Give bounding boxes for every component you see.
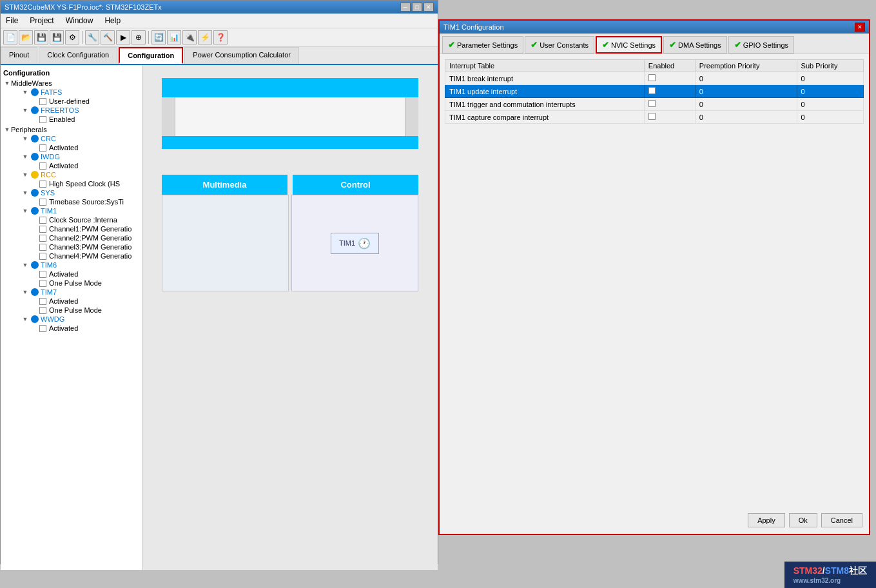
rcc-hsc-checkbox[interactable] (39, 181, 46, 188)
tim1-chip-badge[interactable]: TIM1 🕐 (331, 233, 379, 254)
iwdg-activated[interactable]: Activated (37, 161, 142, 170)
middlewares-header[interactable]: ▼ MiddleWares (1, 79, 142, 88)
tab-user-constants[interactable]: ✔ User Constants (525, 36, 594, 54)
peripherals-header[interactable]: ▼ Peripherals (1, 125, 142, 134)
tree-item-tim6[interactable]: ▼ TIM6 (19, 260, 142, 270)
tree-item-fatfs[interactable]: ▼ FATFS (19, 88, 142, 97)
tree-item-iwdg[interactable]: ▼ IWDG (19, 152, 142, 161)
tool14[interactable]: ❓ (213, 30, 228, 44)
table-row[interactable]: TIM1 break interrupt 0 0 (445, 72, 864, 85)
tab-dma-settings[interactable]: ✔ DMA Settings (663, 36, 727, 54)
int-checkbox-1[interactable] (648, 74, 656, 81)
save2-button[interactable]: 💾 (50, 30, 64, 44)
tab-nvic-settings[interactable]: ✔ NVIC Settings (596, 36, 662, 54)
wwdg-expand[interactable]: ▼ (21, 315, 29, 323)
tab-configuration[interactable]: Configuration (119, 47, 183, 64)
int-enabled-2[interactable] (644, 85, 695, 98)
save-button[interactable]: 💾 (34, 30, 48, 44)
tab-parameter-settings[interactable]: ✔ Parameter Settings (442, 36, 523, 54)
freertos-expand[interactable]: ▼ (21, 106, 29, 114)
tim6-activated[interactable]: Activated (37, 270, 142, 279)
tree-item-tim1[interactable]: ▼ TIM1 (19, 206, 142, 215)
tim1-ch2-checkbox[interactable] (39, 235, 46, 242)
dialog-close-button[interactable]: ✕ (855, 23, 865, 32)
tab-power[interactable]: Power Consumption Calculator (184, 47, 299, 64)
int-checkbox-3[interactable] (648, 100, 656, 107)
tree-item-sys[interactable]: ▼ SYS (19, 188, 142, 197)
tim7-activated-checkbox[interactable] (39, 298, 46, 305)
tool7[interactable]: 🔨 (101, 30, 115, 44)
tim7-activated[interactable]: Activated (37, 297, 142, 306)
crc-expand[interactable]: ▼ (21, 135, 29, 142)
open-button[interactable]: 📂 (19, 30, 33, 44)
tool8[interactable]: ▶ (116, 30, 130, 44)
tab-pinout[interactable]: Pinout (1, 47, 37, 64)
freertos-enabled-checkbox[interactable] (39, 116, 46, 123)
tim7-opm-checkbox[interactable] (39, 307, 46, 314)
tool6[interactable]: 🔧 (85, 30, 99, 44)
int-checkbox-4[interactable] (648, 113, 656, 120)
tool10[interactable]: 🔄 (151, 30, 166, 44)
tim6-opm[interactable]: One Pulse Mode (37, 279, 142, 288)
menu-project[interactable]: Project (27, 15, 56, 26)
sys-timebase-checkbox[interactable] (39, 199, 46, 206)
tool13[interactable]: ⚡ (198, 30, 212, 44)
tim7-opm[interactable]: One Pulse Mode (37, 306, 142, 315)
iwdg-activated-checkbox[interactable] (39, 162, 46, 170)
tree-item-tim7[interactable]: ▼ TIM7 (19, 288, 142, 297)
sys-expand[interactable]: ▼ (21, 189, 29, 197)
minimize-button[interactable]: ─ (400, 3, 411, 12)
sys-timebase[interactable]: Timebase Source:SysTi (37, 197, 142, 206)
freertos-enabled[interactable]: Enabled (37, 115, 142, 124)
middlewares-expand[interactable]: ▼ (3, 79, 11, 87)
wwdg-activated[interactable]: Activated (37, 324, 142, 333)
tim6-expand[interactable]: ▼ (21, 261, 29, 269)
tim7-expand[interactable]: ▼ (21, 288, 29, 296)
int-checkbox-2[interactable] (648, 87, 656, 94)
tab-gpio-settings[interactable]: ✔ GPIO Settings (728, 36, 794, 54)
tim1-ch4-checkbox[interactable] (39, 253, 46, 260)
apply-button[interactable]: Apply (748, 513, 785, 527)
int-enabled-4[interactable] (644, 111, 695, 124)
ok-button[interactable]: Ok (789, 513, 817, 527)
tim6-activated-checkbox[interactable] (39, 271, 46, 278)
menu-help[interactable]: Help (102, 15, 123, 26)
crc-activated-checkbox[interactable] (39, 144, 46, 152)
fatfs-userdefined[interactable]: User-defined (37, 97, 142, 106)
maximize-button[interactable]: □ (412, 3, 422, 12)
tim1-clock-checkbox[interactable] (39, 217, 46, 224)
new-button[interactable]: 📄 (3, 30, 17, 44)
table-row[interactable]: TIM1 capture compare interrupt 0 0 (445, 111, 864, 124)
table-row[interactable]: TIM1 update interrupt 0 0 (445, 85, 864, 98)
menu-window[interactable]: Window (63, 15, 96, 26)
rcc-hsc[interactable]: High Speed Clock (HS (37, 179, 142, 188)
tree-item-wwdg[interactable]: ▼ WWDG (19, 315, 142, 324)
wwdg-activated-checkbox[interactable] (39, 325, 46, 332)
tool11[interactable]: 📊 (167, 30, 181, 44)
menu-file[interactable]: File (3, 15, 21, 26)
iwdg-expand[interactable]: ▼ (21, 153, 29, 161)
tree-item-crc[interactable]: ▼ CRC (19, 134, 142, 143)
peripherals-expand[interactable]: ▼ (3, 126, 11, 133)
tree-item-freertos[interactable]: ▼ FREERTOS (19, 106, 142, 115)
int-enabled-1[interactable] (644, 72, 695, 85)
tool12[interactable]: 🔌 (182, 30, 197, 44)
int-enabled-3[interactable] (644, 98, 695, 111)
fatfs-userdefined-checkbox[interactable] (39, 98, 46, 105)
tim1-expand[interactable]: ▼ (21, 207, 29, 215)
close-button[interactable]: ✕ (423, 3, 434, 12)
rcc-expand[interactable]: ▼ (21, 171, 29, 179)
tool5[interactable]: ⚙ (65, 30, 79, 44)
cancel-button[interactable]: Cancel (821, 513, 862, 527)
multimedia-button[interactable]: Multimedia (162, 175, 287, 195)
tab-clock[interactable]: Clock Configuration (39, 47, 117, 64)
table-row[interactable]: TIM1 trigger and commutation interrupts … (445, 98, 864, 111)
fatfs-expand[interactable]: ▼ (21, 88, 29, 96)
control-button[interactable]: Control (293, 175, 418, 195)
tim1-ch1-checkbox[interactable] (39, 226, 46, 233)
tim1-ch3-checkbox[interactable] (39, 244, 46, 251)
tree-item-rcc[interactable]: ▼ RCC (19, 170, 142, 179)
tool9[interactable]: ⊕ (131, 30, 146, 44)
tim6-opm-checkbox[interactable] (39, 280, 46, 287)
crc-activated[interactable]: Activated (37, 143, 142, 152)
